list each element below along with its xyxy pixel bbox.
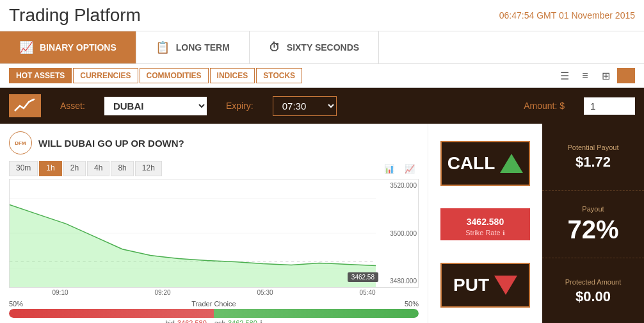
price-badge: 3462.58 <box>348 272 378 282</box>
x-label-1: 09:10 <box>52 289 68 296</box>
chart-y-labels: 3520.000 3500.000 3480.000 <box>389 179 418 287</box>
call-put-section: CALL 3462.580 Strike Rate ℹ PUT <box>428 124 542 323</box>
chart-section: DFM WILL DUBAI GO UP OR DOWN? 30m 1h 2h … <box>0 124 428 323</box>
binary-options-icon: 📈 <box>19 40 33 54</box>
cat-tab-commodities[interactable]: COMMODITIES <box>140 68 209 83</box>
grid-view-button[interactable]: ⊞ <box>597 68 615 83</box>
asset-row: Asset: DUBAI Expiry: 07:30 Amount: $ <box>0 88 644 124</box>
strike-rate-label: Strike Rate ℹ <box>443 229 527 236</box>
dfm-logo: DFM <box>9 131 32 154</box>
cat-tab-indices[interactable]: INDICES <box>210 68 255 83</box>
trend-icon <box>13 97 36 115</box>
amount-input[interactable] <box>584 97 635 115</box>
chart-bar-icon[interactable]: 📊 <box>380 161 398 176</box>
time-tab-8h[interactable]: 8h <box>111 161 133 176</box>
cat-tab-currencies[interactable]: CURRENCIES <box>73 68 138 83</box>
tab-long-term-label: LONG TERM <box>176 42 230 53</box>
strike-rate-box: 3462.580 Strike Rate ℹ <box>440 208 530 240</box>
put-down-arrow-icon <box>494 276 517 295</box>
call-button[interactable]: CALL <box>440 141 530 186</box>
header: Trading Platform 06:47:54 GMT 01 Novembe… <box>0 0 644 31</box>
trader-bar-left-label: 50% <box>9 300 23 308</box>
ask-label: ask <box>214 319 225 323</box>
asset-select[interactable]: DUBAI <box>104 97 207 115</box>
page-title: Trading Platform <box>9 5 141 26</box>
category-tabs: HOT ASSETS CURRENCIES COMMODITIES INDICE… <box>9 68 302 83</box>
time-tab-30m[interactable]: 30m <box>9 161 38 176</box>
long-term-icon: 📋 <box>156 40 170 54</box>
view-controls: ☰ ≡ ⊞ <box>556 68 635 83</box>
cat-tab-stocks[interactable]: STOCKS <box>256 68 302 83</box>
trader-bar-red <box>9 309 214 318</box>
x-label-2: 09:20 <box>154 289 170 296</box>
potential-payout-label: Potential Payout <box>567 144 618 151</box>
cat-tab-hot-assets[interactable]: HOT ASSETS <box>9 68 72 83</box>
chart-logo-icon <box>9 94 41 117</box>
tab-binary-options-label: BINARY OPTIONS <box>40 42 117 53</box>
main-content: DFM WILL DUBAI GO UP OR DOWN? 30m 1h 2h … <box>0 124 644 323</box>
color-swatch[interactable] <box>617 68 635 83</box>
y-label-3: 3480.000 <box>390 277 417 285</box>
chart-line-icon[interactable]: 📈 <box>401 161 419 176</box>
bid-label: bid <box>165 319 175 323</box>
strike-rate-value: 3462.580 <box>443 212 527 229</box>
protected-amount-item: Protected Amount $0.00 <box>542 258 644 323</box>
trader-bar-center-label: Trader Choice <box>191 300 236 308</box>
trader-bar <box>9 309 419 318</box>
price-chart <box>10 179 418 287</box>
asset-label: Asset: <box>60 101 85 111</box>
put-label: PUT <box>453 275 489 295</box>
trader-bar-labels: 50% Trader Choice 50% <box>9 300 419 308</box>
expiry-label: Expiry: <box>226 101 254 111</box>
tab-sixty-seconds[interactable]: ⏱ SIXTY SECONDS <box>250 31 379 63</box>
tab-long-term[interactable]: 📋 LONG TERM <box>136 31 250 63</box>
call-up-arrow-icon <box>500 154 523 173</box>
protected-amount-label: Protected Amount <box>565 278 621 286</box>
payout-label: Payout <box>582 205 604 213</box>
ask-value: 3462.580 <box>228 319 257 323</box>
tab-sixty-seconds-label: SIXTY SECONDS <box>287 42 359 53</box>
category-bar: HOT ASSETS CURRENCIES COMMODITIES INDICE… <box>0 64 644 88</box>
bid-ask-info: bid 3462.580 ask 3462.580 ℹ <box>9 319 419 323</box>
time-tab-4h[interactable]: 4h <box>87 161 109 176</box>
tab-bar: 📈 BINARY OPTIONS 📋 LONG TERM ⏱ SIXTY SEC… <box>0 31 644 64</box>
y-label-1: 3520.000 <box>390 182 417 189</box>
strike-info-icon: ℹ <box>503 229 505 236</box>
svg-marker-4 <box>10 205 376 287</box>
protected-amount-value: $0.00 <box>576 288 611 305</box>
chart-question-text: WILL DUBAI GO UP OR DOWN? <box>38 138 184 149</box>
y-label-2: 3500.000 <box>390 230 417 237</box>
call-label: CALL <box>447 153 495 174</box>
time-tabs: 30m 1h 2h 4h 8h 12h 📊 📈 <box>9 161 419 176</box>
put-button[interactable]: PUT <box>440 263 530 308</box>
payout-value: 72% <box>567 215 618 244</box>
potential-payout-item: Potential Payout $1.72 <box>542 124 644 191</box>
list-view-button[interactable]: ☰ <box>556 68 574 83</box>
detail-view-button[interactable]: ≡ <box>576 68 594 83</box>
x-label-3: 05:30 <box>257 289 273 296</box>
potential-payout-value: $1.72 <box>576 154 611 170</box>
chart-container: 3520.000 3500.000 3480.000 3462.58 <box>9 179 419 288</box>
time-tab-2h[interactable]: 2h <box>63 161 86 176</box>
expiry-select[interactable]: 07:30 <box>273 96 337 116</box>
info-icon: ℹ <box>260 319 262 323</box>
time-tab-1h[interactable]: 1h <box>39 161 61 176</box>
tab-binary-options[interactable]: 📈 BINARY OPTIONS <box>0 31 136 63</box>
time-tab-12h[interactable]: 12h <box>135 161 162 176</box>
chart-x-labels: 09:10 09:20 05:30 05:40 <box>9 289 419 296</box>
x-label-4: 05:40 <box>359 289 375 296</box>
header-time: 06:47:54 GMT 01 November 2015 <box>499 10 635 21</box>
chart-question: DFM WILL DUBAI GO UP OR DOWN? <box>9 131 419 154</box>
sixty-seconds-icon: ⏱ <box>269 41 280 54</box>
trader-bar-section: 50% Trader Choice 50% bid 3462.580 ask 3… <box>9 300 419 323</box>
payout-item: Payout 72% <box>542 191 644 258</box>
trader-bar-green <box>214 309 419 318</box>
amount-label: Amount: $ <box>524 101 565 111</box>
bid-value: 3462.580 <box>177 319 207 323</box>
trader-bar-right-label: 50% <box>405 300 419 308</box>
right-panel: Potential Payout $1.72 Payout 72% Protec… <box>542 124 644 323</box>
